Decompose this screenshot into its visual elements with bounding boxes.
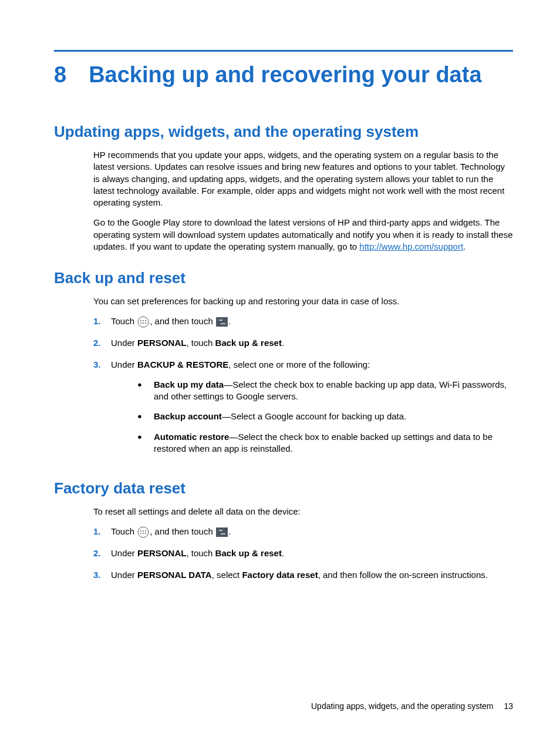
- text: Touch: [111, 316, 137, 326]
- text: .: [228, 526, 231, 536]
- text: Under: [111, 548, 137, 558]
- svg-point-2: [143, 320, 144, 321]
- svg-point-7: [138, 527, 149, 537]
- step-item: 1. Touch , and then touch .: [93, 315, 513, 328]
- text: —Select a Google account for backing up …: [222, 411, 406, 421]
- text: Under: [111, 359, 137, 369]
- text: .: [282, 338, 284, 348]
- text: .: [463, 241, 465, 251]
- footer-text: Updating apps, widgets, and the operatin…: [311, 701, 494, 711]
- paragraph: To reset all settings and delete all dat…: [93, 506, 513, 518]
- step-number: 2.: [93, 337, 111, 349]
- svg-point-1: [140, 320, 141, 321]
- text-bold: Back up & reset: [215, 338, 282, 348]
- section-heading-updating: Updating apps, widgets, and the operatin…: [54, 123, 513, 141]
- text-bold: Automatic restore: [154, 432, 229, 442]
- step-item: 2. Under PERSONAL, touch Back up & reset…: [93, 337, 513, 349]
- text-bold: PERSONAL DATA: [137, 570, 212, 580]
- step-item: 3. Under PERSONAL DATA, select Factory d…: [93, 569, 513, 581]
- svg-point-10: [145, 530, 146, 532]
- chapter-number: 8: [54, 62, 66, 88]
- step-number: 1.: [93, 526, 111, 538]
- step-number: 3.: [93, 569, 111, 581]
- bullet-icon: ●: [137, 411, 154, 423]
- text: Touch: [111, 526, 137, 536]
- text-bold: PERSONAL: [137, 548, 186, 558]
- text: , and then follow the on-screen instruct…: [318, 570, 488, 580]
- paragraph: HP recommends that you update your apps,…: [93, 149, 513, 209]
- section-heading-factory: Factory data reset: [54, 479, 513, 498]
- bullet-item: ● Automatic restore—Select the check box…: [137, 431, 513, 455]
- step-number: 2.: [93, 547, 111, 559]
- svg-point-13: [145, 533, 146, 534]
- paragraph: Go to the Google Play store to download …: [93, 217, 513, 253]
- section-heading-backup: Back up and reset: [54, 269, 513, 287]
- svg-point-0: [138, 317, 149, 327]
- text: , touch: [186, 338, 215, 348]
- step-item: 2. Under PERSONAL, touch Back up & reset…: [93, 547, 513, 559]
- text-bold: Factory data reset: [242, 570, 318, 580]
- text: , and then touch: [150, 316, 215, 326]
- page-footer: Updating apps, widgets, and the operatin…: [311, 701, 513, 711]
- svg-point-8: [140, 530, 141, 532]
- text-bold: Backup account: [154, 411, 222, 421]
- paragraph: You can set preferences for backing up a…: [93, 295, 513, 307]
- text-bold: BACKUP & RESTORE: [137, 359, 228, 369]
- step-number: 3.: [93, 359, 111, 463]
- text: .: [228, 316, 231, 326]
- text-bold: Back up & reset: [215, 548, 282, 558]
- text-bold: PERSONAL: [137, 338, 186, 348]
- text: Under: [111, 570, 137, 580]
- chapter-title: Backing up and recovering your data: [89, 62, 481, 88]
- svg-point-6: [145, 322, 146, 324]
- all-apps-icon: [137, 526, 149, 538]
- step-item: 1. Touch , and then touch .: [93, 526, 513, 538]
- step-number: 1.: [93, 315, 111, 328]
- svg-point-5: [143, 322, 144, 324]
- step-item: 3. Under BACKUP & RESTORE, select one or…: [93, 359, 513, 463]
- text-bold: Back up my data: [154, 379, 224, 389]
- text: , select: [212, 570, 242, 580]
- bullet-item: ● Back up my data—Select the check box t…: [137, 379, 513, 403]
- page-number: 13: [504, 701, 513, 711]
- svg-point-12: [143, 533, 144, 534]
- support-link[interactable]: http://www.hp.com/support: [359, 241, 463, 251]
- bullet-item: ● Backup account—Select a Google account…: [137, 411, 513, 422]
- bullet-icon: ●: [137, 379, 154, 404]
- svg-point-9: [143, 530, 144, 532]
- text: Under: [111, 338, 137, 348]
- svg-point-4: [140, 322, 141, 324]
- settings-icon: [216, 317, 228, 327]
- text: , and then touch: [150, 526, 215, 536]
- text: .: [282, 548, 284, 558]
- text: , touch: [186, 548, 215, 558]
- svg-point-11: [140, 533, 141, 534]
- bullet-icon: ●: [137, 432, 154, 456]
- svg-point-3: [145, 320, 146, 321]
- text: , select one or more of the following:: [228, 359, 370, 369]
- all-apps-icon: [137, 316, 149, 328]
- chapter-rule: [54, 50, 513, 52]
- settings-icon: [216, 527, 228, 537]
